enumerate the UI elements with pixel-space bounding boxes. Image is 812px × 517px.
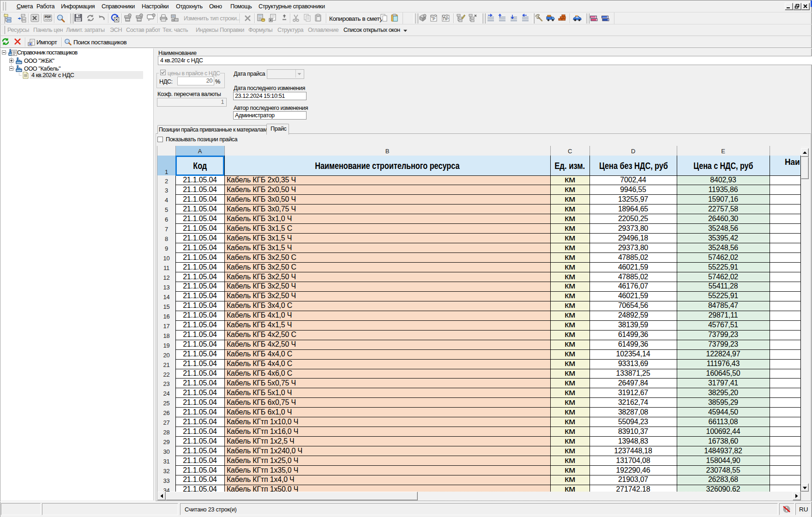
svg-text:PDF: PDF <box>45 15 51 18</box>
svg-text:P: P <box>433 17 435 21</box>
